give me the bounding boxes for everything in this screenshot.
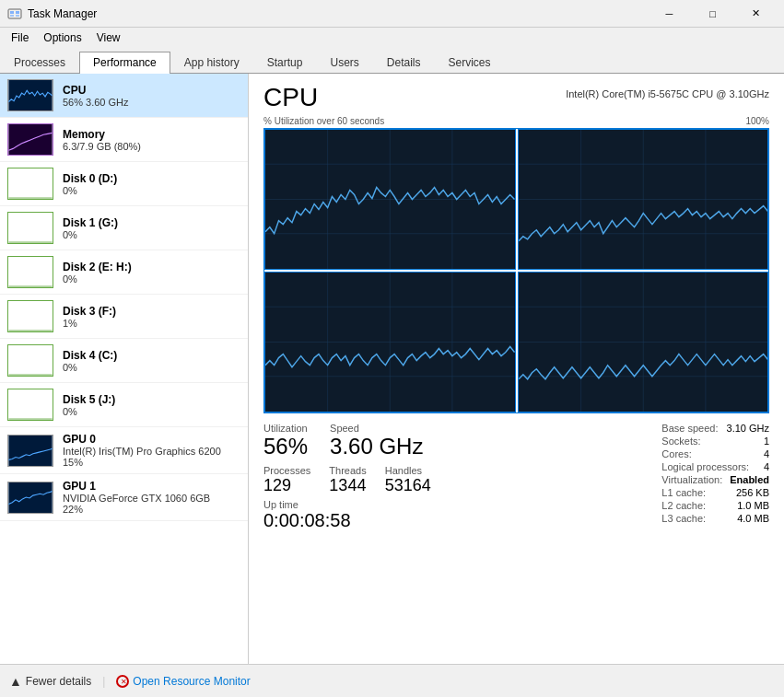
utilization-value: 56% [263, 434, 308, 459]
sidebar-item-disk0[interactable]: Disk 0 (D:) 0% [0, 162, 248, 206]
open-resource-monitor-link[interactable]: Open Resource Monitor [133, 675, 250, 688]
speed-label: Speed [330, 423, 423, 434]
uptime-label: Up time [263, 499, 431, 510]
gpu1-usage: 22% [63, 504, 210, 515]
fewer-details-icon: ▲ [9, 674, 22, 689]
tab-users[interactable]: Users [316, 52, 372, 74]
tab-services[interactable]: Services [435, 52, 505, 74]
disk5-info: Disk 5 (J:) 0% [63, 393, 115, 417]
svg-rect-1 [10, 11, 14, 14]
uptime-value: 0:00:08:58 [263, 510, 431, 531]
tab-performance[interactable]: Performance [79, 52, 170, 74]
processes-label: Processes [263, 465, 310, 476]
disk3-info: Disk 3 (F:) 1% [63, 305, 116, 329]
cpu-name: CPU [63, 84, 129, 97]
memory-name: Memory [63, 128, 141, 141]
gpu0-thumb [7, 435, 53, 467]
cpu-graph-core2 [264, 272, 516, 412]
tab-details[interactable]: Details [373, 52, 435, 74]
processes-value: 129 [263, 476, 310, 495]
svg-rect-11 [8, 257, 52, 287]
tab-processes[interactable]: Processes [0, 52, 79, 74]
svg-rect-7 [8, 168, 52, 199]
sidebar-item-gpu1[interactable]: GPU 1 NVIDIA GeForce GTX 1060 6GB 22% [0, 474, 248, 521]
handles-value: 53164 [385, 476, 431, 495]
fewer-details-button[interactable]: ▲ Fewer details [9, 674, 91, 689]
tab-app-history[interactable]: App history [170, 52, 253, 74]
maximize-button[interactable]: □ [692, 0, 733, 28]
cpu-graph-core1 [518, 129, 769, 270]
menu-bar: File Options View [0, 28, 784, 48]
graph-label-left: % Utilization over 60 seconds [263, 116, 384, 126]
virtualization-label: Virtualization: [661, 474, 722, 485]
disk1-info: Disk 1 (G:) 0% [63, 216, 118, 240]
disk3-stat: 1% [63, 318, 116, 329]
sockets-label: Sockets: [661, 436, 700, 447]
svg-rect-4 [16, 15, 19, 17]
handles-label: Handles [385, 465, 431, 476]
panel-title: CPU [263, 83, 318, 112]
svg-rect-15 [8, 345, 52, 376]
minimize-button[interactable]: ─ [649, 0, 690, 28]
sidebar-item-disk3[interactable]: Disk 3 (F:) 1% [0, 295, 248, 339]
base-speed-value: 3.10 GHz [727, 423, 769, 434]
cpu-thumb [7, 79, 53, 111]
sockets-value: 1 [764, 436, 769, 447]
disk0-info: Disk 0 (D:) 0% [63, 172, 117, 196]
sidebar-item-cpu[interactable]: CPU 56% 3.60 GHz [0, 74, 248, 118]
cores-label: Cores: [661, 448, 691, 459]
window-title: Task Manager [28, 7, 649, 20]
window-controls[interactable]: ─ □ ✕ [649, 0, 777, 28]
main-content: CPU 56% 3.60 GHz Memory 6.3/7.9 GB (80%) [0, 74, 784, 664]
processes-block: Processes 129 [263, 465, 310, 495]
speed-value: 3.60 GHz [330, 434, 423, 459]
l1-cache-value: 256 KB [736, 487, 769, 498]
speed-block: Speed 3.60 GHz [330, 423, 423, 459]
sidebar-item-disk4[interactable]: Disk 4 (C:) 0% [0, 339, 248, 383]
handles-block: Handles 53164 [385, 465, 431, 495]
stats-left-side: Utilization 56% Speed 3.60 GHz Processes… [263, 423, 431, 539]
memory-stat: 6.3/7.9 GB (80%) [63, 141, 141, 152]
disk3-name: Disk 3 (F:) [63, 305, 116, 318]
sidebar-item-memory[interactable]: Memory 6.3/7.9 GB (80%) [0, 118, 248, 162]
cpu-graph-core0 [264, 129, 516, 270]
svg-rect-17 [8, 389, 52, 420]
memory-thumb [7, 123, 53, 156]
sidebar-item-gpu0[interactable]: GPU 0 Intel(R) Iris(TM) Pro Graphics 620… [0, 427, 248, 474]
tab-bar: Processes Performance App history Startu… [0, 48, 784, 74]
gpu0-usage: 15% [63, 457, 221, 468]
menu-file[interactable]: File [4, 29, 36, 46]
sidebar-item-disk1[interactable]: Disk 1 (G:) 0% [0, 206, 248, 250]
cores-value: 4 [764, 448, 769, 459]
panel-header: CPU Intel(R) Core(TM) i5-5675C CPU @ 3.1… [263, 83, 769, 112]
l2-cache-label: L2 cache: [661, 500, 706, 511]
bottom-bar: ▲ Fewer details | ✕ Open Resource Monito… [0, 664, 784, 697]
uptime-block: Up time 0:00:08:58 [263, 499, 431, 531]
disk2-thumb [7, 256, 53, 288]
logical-processors-value: 4 [764, 461, 769, 472]
threads-block: Threads 1344 [329, 465, 366, 495]
disk2-name: Disk 2 (E: H:) [63, 261, 132, 273]
fewer-details-label: Fewer details [26, 675, 91, 688]
sidebar-item-disk5[interactable]: Disk 5 (J:) 0% [0, 383, 248, 427]
sidebar-item-disk2[interactable]: Disk 2 (E: H:) 0% [0, 250, 248, 295]
logical-processors-label: Logical processors: [661, 461, 749, 472]
sidebar: CPU 56% 3.60 GHz Memory 6.3/7.9 GB (80%) [0, 74, 249, 664]
close-button[interactable]: ✕ [735, 0, 777, 28]
menu-view[interactable]: View [89, 29, 128, 46]
disk4-info: Disk 4 (C:) 0% [63, 349, 117, 373]
gpu1-info: GPU 1 NVIDIA GeForce GTX 1060 6GB 22% [63, 480, 210, 515]
disk3-thumb [7, 300, 53, 332]
l3-cache-value: 4.0 MB [737, 513, 769, 524]
svg-rect-9 [8, 213, 52, 243]
gpu0-stat: Intel(R) Iris(TM) Pro Graphics 6200 [63, 446, 221, 457]
disk1-name: Disk 1 (G:) [63, 216, 118, 229]
tab-startup[interactable]: Startup [253, 52, 317, 74]
menu-options[interactable]: Options [36, 29, 88, 46]
logical-processors-row: Logical processors: 4 [661, 461, 769, 472]
proc-thread-handle-row: Processes 129 Threads 1344 Handles 53164 [263, 465, 431, 495]
cores-row: Cores: 4 [661, 448, 769, 459]
l3-cache-row: L3 cache: 4.0 MB [661, 513, 769, 524]
l2-cache-row: L2 cache: 1.0 MB [661, 500, 769, 511]
divider: | [102, 675, 105, 688]
